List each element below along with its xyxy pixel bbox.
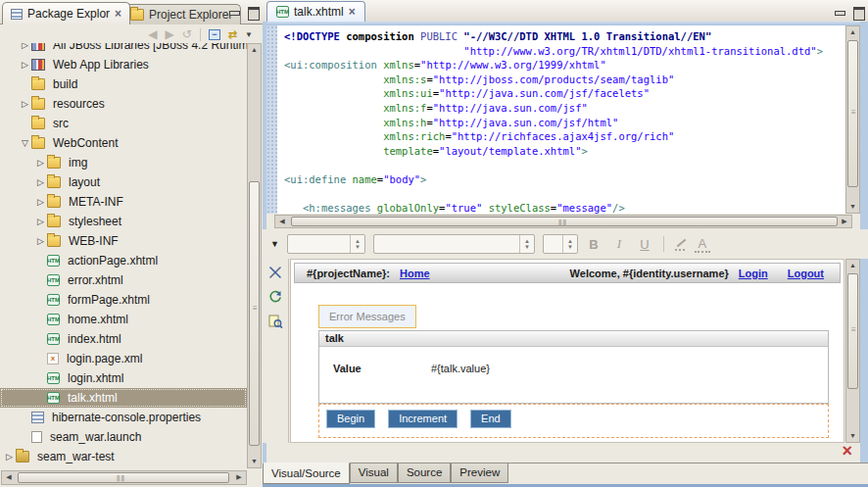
increment-button[interactable]: Increment [388, 410, 458, 428]
tree-item[interactable]: ▷layout [0, 172, 247, 192]
expand-arrow-icon[interactable]: ▷ [35, 236, 46, 246]
inspect-page-icon[interactable] [267, 314, 283, 329]
scroll-up-icon[interactable]: ▲ [248, 44, 261, 56]
tree-item[interactable]: ▷resources [0, 94, 247, 114]
collapse-all-icon[interactable]: − [209, 29, 220, 40]
tab-project-explorer[interactable]: Project Explorer [121, 4, 241, 24]
tree-item[interactable]: ▽WebContent [0, 133, 247, 153]
expand-arrow-icon[interactable]: ▷ [20, 60, 30, 70]
tree-item-label: home.xhtml [65, 313, 131, 326]
underline-button[interactable]: U [635, 237, 654, 252]
toolbar-menu-icon[interactable]: ▼ [270, 239, 279, 249]
begin-button[interactable]: Begin [326, 410, 375, 428]
maximize-editor-button[interactable] [852, 6, 865, 18]
tree-item[interactable]: seam_war.launch [0, 427, 247, 447]
mode-tab-visual-source[interactable]: Visual/Source [263, 463, 350, 484]
tab-package-explorer[interactable]: Package Explor × [2, 2, 130, 24]
tree-item[interactable]: hibernate-console.properties [0, 408, 247, 427]
expand-arrow-icon[interactable]: ▷ [4, 452, 15, 462]
mode-tab-preview[interactable]: Preview [451, 463, 508, 483]
scrollbar-thumb[interactable]: ≡ [249, 181, 260, 446]
expand-arrow-icon[interactable]: ▷ [20, 99, 30, 109]
tree-item[interactable]: ▷Web App Libraries [0, 55, 247, 74]
scroll-left-icon[interactable]: ◀ [4, 471, 14, 483]
tree-item[interactable]: HTMactionPage.xhtml [0, 251, 247, 270]
scroll-right-icon[interactable]: ▶ [840, 216, 849, 227]
tree-item-label: seam_war.launch [47, 430, 144, 444]
source-horizontal-scrollbar[interactable]: ◀ ⦀⦀ ▶ [274, 215, 852, 228]
tree-item[interactable]: HTMerror.xhtml [0, 270, 247, 290]
font-combo[interactable]: ▲▼ [373, 234, 535, 254]
close-icon[interactable]: × [349, 5, 356, 19]
tree-item[interactable]: build [0, 74, 247, 94]
source-editor[interactable]: <!DOCTYPE composition PUBLIC "-//W3C//DT… [266, 25, 860, 214]
tree-item[interactable]: ▷stylesheet [0, 212, 247, 231]
error-messages-placeholder[interactable]: Error Messages [318, 305, 416, 328]
tree-item[interactable]: HTMformPage.xhtml [0, 290, 247, 310]
style-combo[interactable]: ▲▼ [287, 234, 365, 254]
close-selection-icon[interactable]: × [842, 443, 852, 459]
tab-talk-xhtml[interactable]: HTM talk.xhtml × [266, 1, 365, 22]
scrollbar-thumb[interactable]: ≡ [847, 273, 858, 389]
tree-item[interactable]: ▷WEB-INF [0, 231, 247, 251]
highlight-color-icon[interactable] [673, 237, 689, 251]
scroll-up-icon[interactable]: ▲ [846, 260, 859, 271]
scroll-down-icon[interactable]: ▼ [248, 456, 261, 467]
tree-item[interactable]: HTMtalk.xhtml [0, 388, 247, 408]
tree-item[interactable]: HTMindex.html [0, 329, 247, 349]
login-link[interactable]: Login [739, 268, 768, 279]
expand-arrow-icon[interactable]: ▷ [35, 217, 46, 226]
tree-item[interactable]: src [0, 114, 247, 133]
size-combo[interactable]: ▲▼ [543, 234, 578, 254]
scroll-left-icon[interactable]: ◀ [277, 216, 287, 227]
tree-item[interactable]: ▷img [0, 153, 247, 172]
minimize-view-button[interactable] [228, 6, 241, 18]
tree-item[interactable]: HTMhome.xhtml [0, 310, 247, 329]
home-link[interactable]: Home [400, 268, 430, 279]
visual-canvas[interactable]: #{projectName}: Home Welcome, #{identity… [290, 259, 844, 443]
spinner-icon[interactable]: ▲▼ [519, 235, 534, 253]
mode-tab-source[interactable]: Source [398, 463, 451, 483]
tree-item[interactable]: HTMlogin.xhtml [0, 368, 247, 388]
italic-button[interactable]: I [609, 236, 629, 252]
source-vertical-scrollbar[interactable]: ▲ ≡ ▼ [845, 25, 860, 214]
scroll-right-icon[interactable]: ▶ [234, 471, 244, 483]
spinner-icon[interactable]: ▲▼ [562, 235, 577, 253]
font-color-icon[interactable]: A [695, 236, 710, 253]
expand-arrow-icon[interactable]: ▷ [35, 177, 46, 187]
scrollbar-thumb[interactable]: ⦀⦀ [291, 217, 838, 226]
maximize-view-button[interactable] [247, 6, 260, 18]
scrollbar-thumb[interactable]: ⦀⦀ [18, 472, 229, 483]
tab-label: Project Explorer [149, 8, 232, 22]
minimize-editor-button[interactable] [834, 6, 846, 18]
tree-horizontal-scrollbar[interactable]: ◀ ⦀⦀ ▶ [1, 470, 247, 485]
talk-panel[interactable]: talk Value #{talk.value} [318, 330, 829, 404]
tree-item[interactable]: ▷All JBoss Libraries [JBoss 4.2 Runtime] [0, 43, 247, 55]
expand-arrow-icon[interactable]: ▷ [35, 197, 46, 207]
scrollbar-thumb[interactable]: ≡ [847, 40, 858, 187]
preferences-icon[interactable] [267, 265, 283, 280]
back-icon[interactable]: ◀ [148, 28, 157, 40]
forward-icon[interactable]: ▶ [166, 28, 174, 40]
tree-item[interactable]: ▷seam_war-test [0, 447, 247, 466]
end-button[interactable]: End [470, 410, 511, 428]
expand-arrow-icon[interactable]: ▷ [20, 43, 30, 50]
visual-vertical-scrollbar[interactable]: ▲ ≡ ▼ [845, 259, 860, 443]
tree-item[interactable]: ▷META-INF [0, 192, 247, 212]
expand-arrow-icon[interactable]: ▷ [35, 158, 46, 168]
bold-button[interactable]: B [584, 237, 603, 252]
tree-item[interactable]: xlogin.page.xml [0, 349, 247, 368]
source-code[interactable]: <!DOCTYPE composition PUBLIC "-//W3C//DT… [284, 29, 823, 214]
expand-arrow-icon[interactable]: ▽ [20, 138, 30, 148]
view-menu-icon[interactable]: ▼ [245, 30, 253, 39]
scroll-up-icon[interactable]: ▲ [846, 26, 859, 38]
spinner-icon[interactable]: ▲▼ [350, 235, 364, 253]
close-icon[interactable]: × [115, 7, 121, 21]
link-with-editor-icon[interactable]: ⇄ [228, 28, 237, 41]
scroll-down-icon[interactable]: ▼ [846, 201, 859, 213]
up-icon[interactable]: ↺ [182, 28, 192, 40]
mode-tab-visual[interactable]: Visual [350, 463, 398, 483]
refresh-icon[interactable] [267, 289, 283, 305]
logout-link[interactable]: Logout [788, 268, 824, 279]
tree-vertical-scrollbar[interactable]: ▲ ≡ ▼ [247, 43, 262, 468]
